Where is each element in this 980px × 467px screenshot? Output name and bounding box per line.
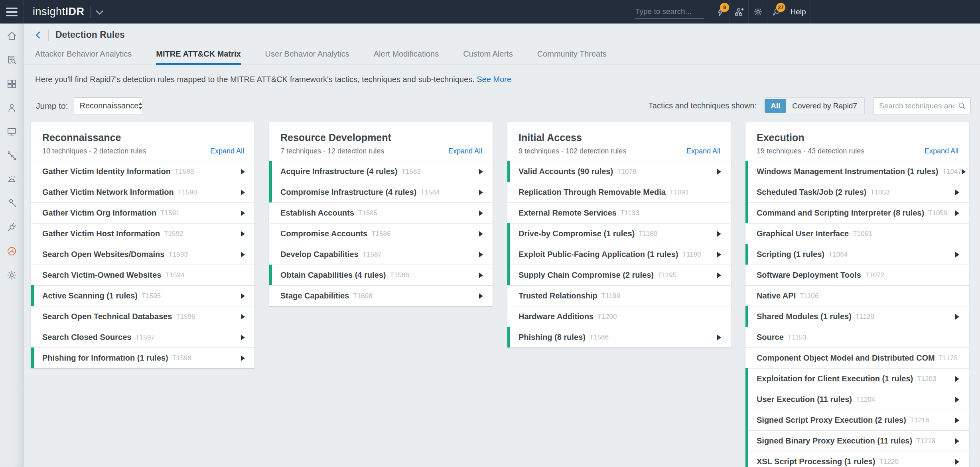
technique-row[interactable]: Exploitation for Client Execution (1 rul…	[745, 368, 969, 389]
technique-row[interactable]: Trusted Relationship T1199	[507, 285, 731, 306]
expand-row-arrow-icon[interactable]	[717, 231, 721, 237]
users-icon[interactable]	[6, 102, 17, 113]
back-button[interactable]	[34, 31, 43, 39]
tab-custom-alerts[interactable]: Custom Alerts	[463, 46, 513, 65]
help-button[interactable]: Help	[786, 0, 810, 24]
expand-row-arrow-icon[interactable]	[479, 273, 483, 278]
technique-search-input[interactable]	[873, 97, 971, 114]
alerts-button[interactable]: 9	[711, 0, 730, 24]
product-switcher[interactable]: insightIDR	[24, 0, 101, 24]
expand-row-arrow-icon[interactable]	[717, 169, 721, 175]
see-more-link[interactable]: See More	[477, 75, 511, 84]
dashboard-icon[interactable]	[6, 78, 17, 89]
technique-row[interactable]: Component Object Model and Distributed C…	[745, 347, 969, 368]
technique-row[interactable]: Signed Script Proxy Execution (2 rules) …	[745, 410, 969, 430]
technique-row[interactable]: Windows Management Instrumentation (1 ru…	[745, 161, 969, 182]
expand-row-arrow-icon[interactable]	[241, 355, 245, 361]
announcements-button[interactable]: 27	[767, 0, 786, 24]
technique-row[interactable]: XSL Script Processing (1 rules) T1220	[745, 451, 969, 467]
endpoints-icon[interactable]	[6, 126, 17, 137]
toggle-all-button[interactable]: All	[765, 99, 786, 113]
expand-row-arrow-icon[interactable]	[241, 252, 245, 257]
technique-row[interactable]: Search Victim-Owned Websites T1594	[31, 265, 254, 285]
expand-row-arrow-icon[interactable]	[955, 210, 959, 216]
technique-row[interactable]: User Execution (11 rules) T1204	[745, 389, 969, 410]
technique-row[interactable]: Graphical User Interface T1061	[745, 223, 969, 244]
technique-row[interactable]: Scripting (1 rules) T1064	[745, 244, 969, 265]
threat-feed-icon[interactable]	[6, 246, 17, 257]
expand-row-arrow-icon[interactable]	[962, 169, 966, 175]
expand-all-link[interactable]: Expand All	[686, 147, 720, 155]
expand-all-link[interactable]: Expand All	[448, 147, 482, 155]
technique-row[interactable]: Search Open Websites/Domains T1593	[31, 244, 254, 265]
expand-row-arrow-icon[interactable]	[955, 252, 959, 257]
technique-row[interactable]: Phishing for Information (1 rules) T1598	[31, 347, 254, 368]
technique-row[interactable]: Replication Through Removable Media T109…	[507, 182, 731, 202]
expand-row-arrow-icon[interactable]	[241, 190, 245, 195]
expand-all-link[interactable]: Expand All	[210, 147, 244, 155]
jump-to-select[interactable]: Reconnaissance	[74, 97, 142, 114]
technique-row[interactable]: Acquire Infrastructure (4 rules) T1583	[269, 161, 493, 182]
technique-row[interactable]: External Remote Services T1133	[507, 202, 731, 223]
hamburger-menu-button[interactable]	[0, 0, 24, 24]
expand-row-arrow-icon[interactable]	[479, 293, 483, 299]
network-icon[interactable]	[6, 150, 17, 161]
technique-row[interactable]: Develop Capabilities T1587	[269, 244, 493, 265]
expand-row-arrow-icon[interactable]	[241, 210, 245, 216]
expand-row-arrow-icon[interactable]	[955, 397, 959, 402]
technique-row[interactable]: Compromise Infrastructure (4 rules) T158…	[269, 182, 493, 202]
expand-row-arrow-icon[interactable]	[241, 169, 245, 175]
settings-button[interactable]	[748, 0, 767, 24]
technique-row[interactable]: Obtain Capabilities (4 rules) T1588	[269, 265, 493, 285]
technique-row[interactable]: Signed Binary Proxy Execution (11 rules)…	[745, 430, 969, 451]
technique-row[interactable]: Stage Capabilities T1608	[269, 285, 493, 306]
home-icon[interactable]	[6, 31, 17, 41]
technique-row[interactable]: Drive-by Compromise (1 rules) T1189	[507, 223, 731, 244]
technique-row[interactable]: Search Closed Sources T1597	[31, 327, 254, 347]
tab-attacker-behavior-analytics[interactable]: Attacker Behavior Analytics	[35, 46, 132, 65]
technique-row[interactable]: Software Deployment Tools T1072	[745, 265, 969, 285]
technique-row[interactable]: Gather Victim Network Information T1590	[31, 182, 254, 202]
expand-row-arrow-icon[interactable]	[955, 190, 959, 195]
expand-row-arrow-icon[interactable]	[479, 169, 483, 175]
technique-row[interactable]: Compromise Accounts T1586	[269, 223, 493, 244]
expand-row-arrow-icon[interactable]	[479, 231, 483, 237]
expand-row-arrow-icon[interactable]	[241, 314, 245, 320]
tab-alert-modifications[interactable]: Alert Modifications	[374, 46, 439, 65]
technique-row[interactable]: Active Scanning (1 rules) T1595	[31, 285, 254, 306]
technique-row[interactable]: Supply Chain Compromise (2 rules) T1195	[507, 265, 731, 285]
expand-row-arrow-icon[interactable]	[479, 210, 483, 216]
technique-row[interactable]: Source T1153	[745, 327, 969, 347]
expand-row-arrow-icon[interactable]	[479, 190, 483, 195]
integrations-icon[interactable]	[6, 222, 17, 233]
settings-icon[interactable]	[6, 270, 17, 281]
expand-row-arrow-icon[interactable]	[955, 314, 959, 320]
toggle-covered-button[interactable]: Covered by Rapid7	[786, 99, 863, 113]
technique-row[interactable]: Gather Victim Host Information T1592	[31, 223, 254, 244]
expand-row-arrow-icon[interactable]	[717, 273, 721, 278]
expand-row-arrow-icon[interactable]	[241, 335, 245, 340]
expand-row-arrow-icon[interactable]	[955, 376, 959, 382]
technique-row[interactable]: Exploit Public-Facing Application (1 rul…	[507, 244, 731, 265]
log-search-icon[interactable]	[6, 55, 17, 65]
technique-row[interactable]: Scheduled Task/Job (2 rules) T1053	[745, 182, 969, 202]
tab-community-threats[interactable]: Community Threats	[537, 46, 607, 65]
technique-row[interactable]: Establish Accounts T1585	[269, 202, 493, 223]
expand-row-arrow-icon[interactable]	[241, 293, 245, 299]
technique-row[interactable]: Hardware Additions T1200	[507, 306, 731, 327]
global-search-input[interactable]	[635, 5, 704, 19]
investigations-icon[interactable]	[6, 198, 17, 209]
expand-row-arrow-icon[interactable]	[717, 252, 721, 257]
expand-row-arrow-icon[interactable]	[955, 438, 959, 444]
technique-row[interactable]: Valid Accounts (90 rules) T1078	[507, 161, 731, 182]
automation-button[interactable]	[730, 0, 748, 24]
alerts-icon[interactable]	[6, 174, 17, 185]
expand-row-arrow-icon[interactable]	[241, 231, 245, 237]
technique-row[interactable]: Gather Victim Org Information T1591	[31, 202, 254, 223]
tab-mitre-attck-matrix[interactable]: MITRE ATT&CK Matrix	[156, 46, 241, 65]
technique-row[interactable]: Command and Scripting Interpreter (8 rul…	[745, 202, 969, 223]
expand-row-arrow-icon[interactable]	[955, 418, 959, 423]
technique-row[interactable]: Phishing (8 rules) T1566	[507, 327, 731, 347]
expand-all-link[interactable]: Expand All	[925, 147, 958, 155]
technique-row[interactable]: Search Open Technical Databases T1596	[31, 306, 254, 327]
